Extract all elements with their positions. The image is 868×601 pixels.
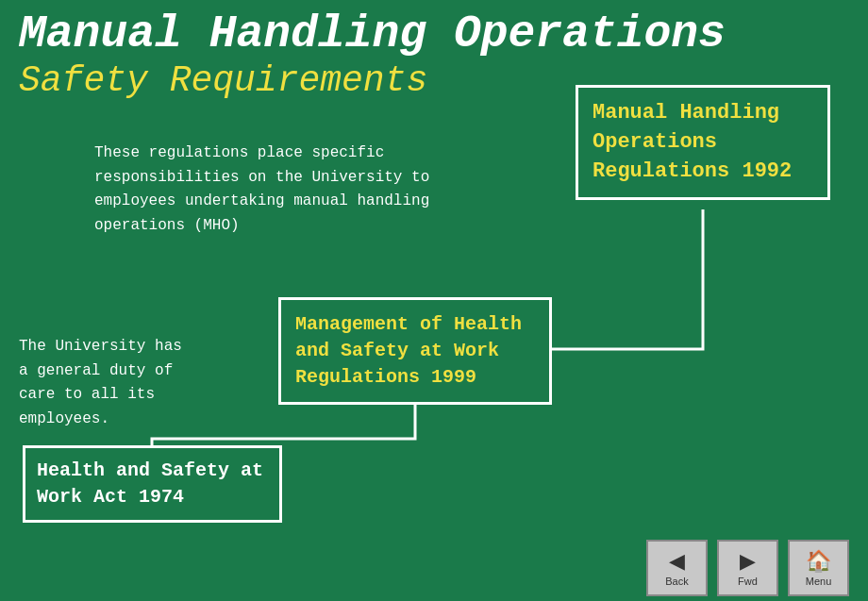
fwd-label: Fwd <box>738 576 758 587</box>
mhswr-box: Management of Health and Safety at Work … <box>278 297 552 405</box>
back-label: Back <box>665 576 688 587</box>
menu-button[interactable]: 🏠 Menu <box>788 540 849 596</box>
main-title: Manual Handling Operations <box>0 0 868 59</box>
menu-label: Menu <box>806 576 832 587</box>
hswa-box: Health and Safety at Work Act 1974 <box>23 445 282 523</box>
fwd-icon: ▶ <box>740 549 756 574</box>
body-paragraph-1: These regulations place specific respons… <box>94 142 453 238</box>
menu-icon: 🏠 <box>806 549 831 574</box>
mhor-box: Manual Handling Operations Regulations 1… <box>576 85 830 200</box>
fwd-button[interactable]: ▶ Fwd <box>717 540 778 596</box>
nav-bar: ◀ Back ▶ Fwd 🏠 Menu <box>0 535 868 601</box>
back-button[interactable]: ◀ Back <box>646 540 708 596</box>
back-icon: ◀ <box>669 549 685 574</box>
body-paragraph-2: The University has a general duty of car… <box>19 335 184 431</box>
